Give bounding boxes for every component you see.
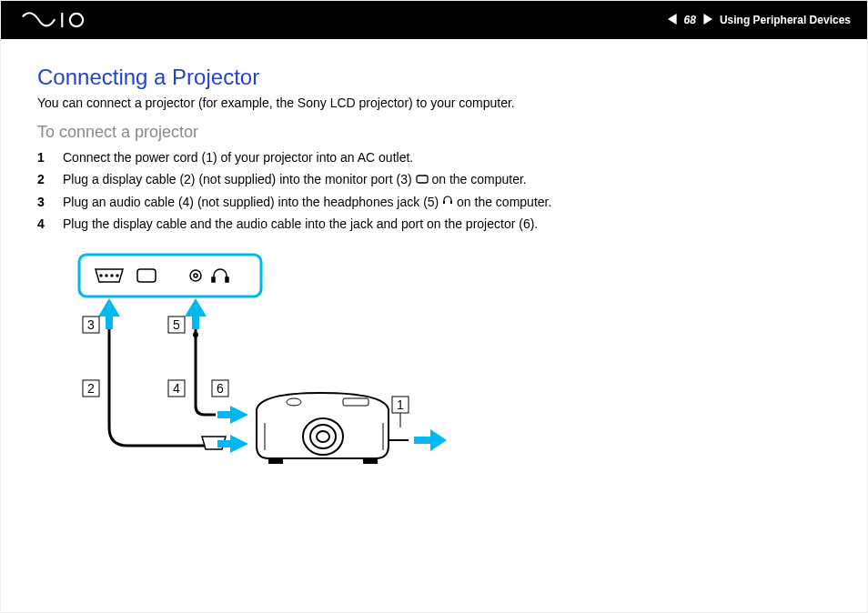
svg-point-1 xyxy=(70,14,83,26)
svg-marker-35 xyxy=(230,406,248,424)
step-item: 2 Plug a display cable (2) (not supplied… xyxy=(37,171,831,189)
svg-rect-49 xyxy=(414,437,430,444)
svg-point-9 xyxy=(106,275,107,276)
section-intro: You can connect a projector (for example… xyxy=(37,95,831,110)
svg-text:5: 5 xyxy=(173,317,180,332)
svg-marker-19 xyxy=(185,298,207,317)
svg-marker-50 xyxy=(430,429,447,451)
header-bar: VAIO 68 Using Peripheral Devices xyxy=(1,1,867,39)
page: VAIO 68 Using Peripheral Devices Connect… xyxy=(0,0,868,613)
svg-text:6: 6 xyxy=(217,381,224,396)
step-text: Plug an audio cable (4) (not supplied) i… xyxy=(63,194,551,212)
connection-diagram: 3 5 2 4 6 1 xyxy=(70,246,831,486)
svg-rect-18 xyxy=(106,317,113,329)
next-page-button[interactable] xyxy=(701,14,712,27)
svg-point-41 xyxy=(317,431,329,442)
svg-rect-44 xyxy=(268,458,283,464)
svg-rect-43 xyxy=(343,398,368,406)
step-item: 4 Plug the display cable and the audio c… xyxy=(37,216,831,233)
svg-marker-37 xyxy=(230,435,248,453)
svg-rect-38 xyxy=(217,440,230,447)
svg-text:4: 4 xyxy=(173,381,180,396)
step-list: 1 Connect the power cord (1) of your pro… xyxy=(37,149,831,233)
svg-rect-15 xyxy=(212,277,215,282)
svg-rect-4 xyxy=(417,176,428,183)
svg-text:3: 3 xyxy=(87,317,95,332)
svg-text:2: 2 xyxy=(87,381,95,396)
svg-point-34 xyxy=(194,333,197,337)
svg-rect-45 xyxy=(363,458,378,464)
monitor-port-icon xyxy=(416,171,429,188)
step-text: Plug the display cable and the audio cab… xyxy=(63,216,538,233)
svg-rect-36 xyxy=(217,411,230,418)
svg-marker-17 xyxy=(98,298,120,317)
step-number: 1 xyxy=(37,149,50,166)
svg-point-8 xyxy=(100,275,102,276)
svg-point-42 xyxy=(287,398,301,406)
step-text: Plug a display cable (2) (not supplied) … xyxy=(63,171,527,189)
step-number: 2 xyxy=(37,171,50,189)
svg-text:1: 1 xyxy=(397,397,404,412)
step-number: 3 xyxy=(37,194,50,212)
svg-rect-16 xyxy=(226,277,228,282)
svg-point-11 xyxy=(116,275,118,276)
step-item: 1 Connect the power cord (1) of your pro… xyxy=(37,149,831,166)
content: Connecting a Projector You can connect a… xyxy=(1,39,867,486)
step-item: 3 Plug an audio cable (4) (not supplied)… xyxy=(37,194,831,212)
page-number: 68 xyxy=(684,14,696,26)
svg-rect-20 xyxy=(192,317,199,329)
svg-rect-6 xyxy=(450,201,452,204)
svg-marker-2 xyxy=(668,14,677,25)
page-navigator: 68 xyxy=(668,14,712,27)
projector-illustration xyxy=(257,393,389,464)
section-label: Using Peripheral Devices xyxy=(720,14,851,26)
headphones-icon xyxy=(442,193,453,210)
svg-marker-3 xyxy=(703,14,712,25)
svg-rect-5 xyxy=(443,201,445,204)
vaio-logo: VAIO xyxy=(17,11,117,29)
prev-page-button[interactable] xyxy=(668,14,679,27)
section-subtitle: To connect a projector xyxy=(37,123,831,142)
step-text: Connect the power cord (1) of your proje… xyxy=(63,149,413,166)
svg-point-10 xyxy=(111,275,113,276)
section-title: Connecting a Projector xyxy=(37,65,831,90)
step-number: 4 xyxy=(37,216,50,233)
